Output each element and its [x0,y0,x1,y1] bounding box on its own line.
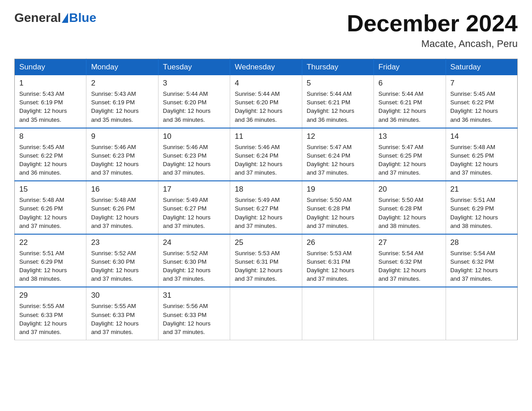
calendar-cell: 28 Sunrise: 5:54 AMSunset: 6:32 PMDaylig… [446,234,517,287]
day-number: 21 [450,185,513,194]
calendar-week-1: 1 Sunrise: 5:43 AMSunset: 6:19 PMDayligh… [15,75,518,128]
day-info: Sunrise: 5:51 AMSunset: 6:29 PMDaylight:… [19,249,82,283]
day-number: 29 [19,291,82,300]
calendar-cell: 7 Sunrise: 5:45 AMSunset: 6:22 PMDayligh… [446,75,517,128]
day-info: Sunrise: 5:51 AMSunset: 6:29 PMDaylight:… [450,196,513,230]
day-number: 9 [91,132,153,141]
calendar-week-3: 15 Sunrise: 5:48 AMSunset: 6:26 PMDaylig… [15,181,518,234]
day-number: 31 [163,291,225,300]
day-info: Sunrise: 5:44 AMSunset: 6:20 PMDaylight:… [235,90,297,124]
calendar-cell: 12 Sunrise: 5:47 AMSunset: 6:24 PMDaylig… [302,128,373,181]
day-info: Sunrise: 5:56 AMSunset: 6:33 PMDaylight:… [163,302,225,336]
calendar-week-4: 22 Sunrise: 5:51 AMSunset: 6:29 PMDaylig… [15,234,518,287]
day-info: Sunrise: 5:46 AMSunset: 6:24 PMDaylight:… [235,143,297,177]
day-number: 6 [378,79,441,88]
day-number: 28 [450,238,513,247]
day-number: 12 [307,132,369,141]
day-info: Sunrise: 5:43 AMSunset: 6:19 PMDaylight:… [19,90,82,124]
calendar-header-thursday: Thursday [302,59,373,76]
calendar-cell: 3 Sunrise: 5:44 AMSunset: 6:20 PMDayligh… [158,75,230,128]
calendar-cell: 10 Sunrise: 5:46 AMSunset: 6:23 PMDaylig… [158,128,230,181]
calendar-cell: 20 Sunrise: 5:50 AMSunset: 6:28 PMDaylig… [374,181,446,234]
day-number: 13 [378,132,441,141]
day-info: Sunrise: 5:52 AMSunset: 6:30 PMDaylight:… [91,249,153,283]
day-info: Sunrise: 5:45 AMSunset: 6:22 PMDaylight:… [450,90,513,124]
logo-triangle-icon [62,13,68,23]
calendar-header-friday: Friday [374,59,446,76]
day-info: Sunrise: 5:46 AMSunset: 6:23 PMDaylight:… [91,143,153,177]
day-info: Sunrise: 5:55 AMSunset: 6:33 PMDaylight:… [19,302,82,336]
day-info: Sunrise: 5:54 AMSunset: 6:32 PMDaylight:… [450,249,513,283]
calendar-cell: 23 Sunrise: 5:52 AMSunset: 6:30 PMDaylig… [86,234,158,287]
day-number: 27 [378,238,441,247]
day-number: 2 [91,79,153,88]
day-info: Sunrise: 5:49 AMSunset: 6:27 PMDaylight:… [235,196,297,230]
day-info: Sunrise: 5:53 AMSunset: 6:31 PMDaylight:… [307,249,369,283]
calendar-cell: 21 Sunrise: 5:51 AMSunset: 6:29 PMDaylig… [446,181,517,234]
day-number: 23 [91,238,153,247]
day-number: 17 [163,185,225,194]
calendar-cell: 16 Sunrise: 5:48 AMSunset: 6:26 PMDaylig… [86,181,158,234]
calendar-cell: 8 Sunrise: 5:45 AMSunset: 6:22 PMDayligh… [15,128,86,181]
day-info: Sunrise: 5:49 AMSunset: 6:27 PMDaylight:… [163,196,225,230]
day-number: 19 [307,185,369,194]
day-info: Sunrise: 5:48 AMSunset: 6:26 PMDaylight:… [91,196,153,230]
day-info: Sunrise: 5:55 AMSunset: 6:33 PMDaylight:… [91,302,153,336]
calendar-header-sunday: Sunday [15,59,86,76]
logo: General Blue [14,11,96,25]
calendar-cell: 9 Sunrise: 5:46 AMSunset: 6:23 PMDayligh… [86,128,158,181]
calendar-cell: 31 Sunrise: 5:56 AMSunset: 6:33 PMDaylig… [158,287,230,340]
day-number: 26 [307,238,369,247]
day-info: Sunrise: 5:54 AMSunset: 6:32 PMDaylight:… [378,249,441,283]
day-number: 16 [91,185,153,194]
calendar-cell: 4 Sunrise: 5:44 AMSunset: 6:20 PMDayligh… [230,75,302,128]
day-info: Sunrise: 5:44 AMSunset: 6:21 PMDaylight:… [307,90,369,124]
day-info: Sunrise: 5:50 AMSunset: 6:28 PMDaylight:… [378,196,441,230]
day-number: 30 [91,291,153,300]
day-number: 18 [235,185,297,194]
day-number: 10 [163,132,225,141]
day-info: Sunrise: 5:46 AMSunset: 6:23 PMDaylight:… [163,143,225,177]
day-number: 25 [235,238,297,247]
calendar-cell [302,287,373,340]
day-number: 7 [450,79,513,88]
logo-blue-text: Blue [69,11,96,25]
day-number: 4 [235,79,297,88]
logo-general-text: General [14,11,61,25]
calendar-cell: 19 Sunrise: 5:50 AMSunset: 6:28 PMDaylig… [302,181,373,234]
day-number: 14 [450,132,513,141]
day-info: Sunrise: 5:53 AMSunset: 6:31 PMDaylight:… [235,249,297,283]
calendar-cell: 27 Sunrise: 5:54 AMSunset: 6:32 PMDaylig… [374,234,446,287]
day-info: Sunrise: 5:50 AMSunset: 6:28 PMDaylight:… [307,196,369,230]
calendar-cell: 18 Sunrise: 5:49 AMSunset: 6:27 PMDaylig… [230,181,302,234]
day-number: 15 [19,185,82,194]
calendar-week-2: 8 Sunrise: 5:45 AMSunset: 6:22 PMDayligh… [15,128,518,181]
location-title: Macate, Ancash, Peru [347,38,518,50]
calendar-cell: 29 Sunrise: 5:55 AMSunset: 6:33 PMDaylig… [15,287,86,340]
day-info: Sunrise: 5:47 AMSunset: 6:24 PMDaylight:… [307,143,369,177]
day-number: 8 [19,132,82,141]
calendar-cell [446,287,517,340]
calendar-cell: 11 Sunrise: 5:46 AMSunset: 6:24 PMDaylig… [230,128,302,181]
page-header: General Blue December 2024 Macate, Ancas… [14,11,518,50]
calendar-cell: 26 Sunrise: 5:53 AMSunset: 6:31 PMDaylig… [302,234,373,287]
calendar-header-tuesday: Tuesday [158,59,230,76]
calendar-cell [374,287,446,340]
day-number: 1 [19,79,82,88]
calendar-cell: 24 Sunrise: 5:52 AMSunset: 6:30 PMDaylig… [158,234,230,287]
day-info: Sunrise: 5:48 AMSunset: 6:25 PMDaylight:… [450,143,513,177]
calendar-header-monday: Monday [86,59,158,76]
day-info: Sunrise: 5:52 AMSunset: 6:30 PMDaylight:… [163,249,225,283]
day-number: 22 [19,238,82,247]
day-info: Sunrise: 5:44 AMSunset: 6:20 PMDaylight:… [163,90,225,124]
calendar-cell: 22 Sunrise: 5:51 AMSunset: 6:29 PMDaylig… [15,234,86,287]
day-info: Sunrise: 5:45 AMSunset: 6:22 PMDaylight:… [19,143,82,177]
month-title: December 2024 [347,11,518,36]
calendar-table: SundayMondayTuesdayWednesdayThursdayFrid… [14,59,518,340]
day-number: 20 [378,185,441,194]
calendar-cell: 14 Sunrise: 5:48 AMSunset: 6:25 PMDaylig… [446,128,517,181]
calendar-cell [230,287,302,340]
day-number: 5 [307,79,369,88]
day-number: 24 [163,238,225,247]
calendar-cell: 2 Sunrise: 5:43 AMSunset: 6:19 PMDayligh… [86,75,158,128]
